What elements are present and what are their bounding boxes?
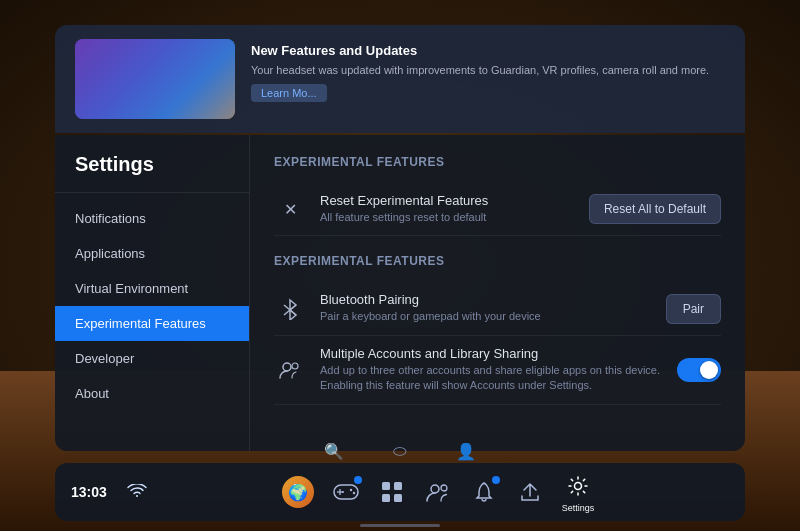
settings-label: Settings xyxy=(562,503,595,513)
sidebar-item-notifications[interactable]: Notifications xyxy=(55,201,249,236)
taskbar-wifi-icon xyxy=(127,484,147,501)
bluetooth-text: Bluetooth Pairing Pair a keyboard or gam… xyxy=(320,292,652,324)
reset-section-title: Experimental Features xyxy=(274,155,721,169)
accounts-text: Multiple Accounts and Library Sharing Ad… xyxy=(320,346,663,394)
reset-all-button[interactable]: Reset All to Default xyxy=(589,194,721,224)
reset-experimental-row: ✕ Reset Experimental Features All featur… xyxy=(274,183,721,236)
notification-title: New Features and Updates xyxy=(251,43,725,58)
section-divider: Experimental Features xyxy=(274,254,721,268)
controller-icon xyxy=(332,478,360,506)
apps-icon xyxy=(378,478,406,506)
taskbar-settings[interactable]: Settings xyxy=(562,472,595,513)
main-content: Experimental Features ✕ Reset Experiment… xyxy=(250,135,745,451)
reset-feature-name: Reset Experimental Features xyxy=(320,193,575,208)
taskbar-avatar[interactable]: 🌍 xyxy=(282,476,314,508)
svg-rect-10 xyxy=(382,482,390,490)
taskbar: 13:03 🌍 xyxy=(55,463,745,521)
notification-description: Your headset was updated with improvemen… xyxy=(251,63,725,78)
taskbar-social[interactable] xyxy=(424,478,452,506)
vr-mode-icon[interactable]: ⬭ xyxy=(382,437,418,465)
avatar-image: 🌍 xyxy=(282,476,314,508)
taskbar-apps[interactable] xyxy=(378,478,406,506)
sidebar-item-applications[interactable]: Applications xyxy=(55,236,249,271)
bluetooth-icon xyxy=(274,293,306,325)
bluetooth-action: Pair xyxy=(666,294,721,324)
controller-badge xyxy=(354,476,362,484)
social-icon xyxy=(424,478,452,506)
sidebar-item-virtual-environment[interactable]: Virtual Environment xyxy=(55,271,249,306)
accounts-feature-name: Multiple Accounts and Library Sharing xyxy=(320,346,663,361)
pair-button[interactable]: Pair xyxy=(666,294,721,324)
settings-icon xyxy=(564,472,592,500)
svg-point-15 xyxy=(441,485,447,491)
bell-icon xyxy=(470,478,498,506)
sidebar: Settings Notifications Applications Virt… xyxy=(55,135,250,451)
sidebar-item-about[interactable]: About xyxy=(55,376,249,411)
svg-point-2 xyxy=(283,363,291,371)
sidebar-title: Settings xyxy=(55,153,249,193)
reset-icon: ✕ xyxy=(274,193,306,225)
accounts-toggle-action xyxy=(677,358,721,382)
taskbar-time: 13:03 xyxy=(71,484,119,500)
notification-text: New Features and Updates Your headset wa… xyxy=(251,39,725,102)
settings-panel: Settings Notifications Applications Virt… xyxy=(55,135,745,451)
bluetooth-feature-desc: Pair a keyboard or gamepad with your dev… xyxy=(320,309,652,324)
svg-rect-12 xyxy=(382,494,390,502)
notification-image xyxy=(75,39,235,119)
taskbar-bottom-row: 🔍 ⬭ 👤 xyxy=(55,437,745,465)
notification-banner: New Features and Updates Your headset wa… xyxy=(55,25,745,133)
main-panel: New Features and Updates Your headset wa… xyxy=(55,25,745,451)
svg-rect-13 xyxy=(394,494,402,502)
taskbar-center: 🌍 xyxy=(147,472,729,513)
accounts-toggle[interactable] xyxy=(677,358,721,382)
taskbar-controller[interactable] xyxy=(332,478,360,506)
share-icon xyxy=(516,478,544,506)
features-section-title: Experimental Features xyxy=(274,254,721,268)
svg-point-3 xyxy=(292,363,298,369)
accounts-feature-desc: Add up to three other accounts and share… xyxy=(320,363,663,394)
notification-link[interactable]: Learn Mo... xyxy=(251,84,327,102)
reset-action: Reset All to Default xyxy=(589,194,721,224)
sidebar-item-experimental-features[interactable]: Experimental Features xyxy=(55,306,249,341)
svg-point-8 xyxy=(350,489,352,491)
scroll-bar xyxy=(360,524,440,527)
svg-point-16 xyxy=(575,482,582,489)
notifications-badge xyxy=(492,476,500,484)
reset-feature-desc: All feature settings reset to default xyxy=(320,210,575,225)
accounts-icon xyxy=(274,354,306,386)
accounts-row: Multiple Accounts and Library Sharing Ad… xyxy=(274,336,721,405)
person-bottom-icon[interactable]: 👤 xyxy=(448,437,484,465)
taskbar-notifications[interactable] xyxy=(470,478,498,506)
taskbar-share[interactable] xyxy=(516,478,544,506)
svg-rect-11 xyxy=(394,482,402,490)
bluetooth-feature-name: Bluetooth Pairing xyxy=(320,292,652,307)
svg-point-14 xyxy=(431,485,439,493)
search-bottom-icon[interactable]: 🔍 xyxy=(316,437,352,465)
bluetooth-row: Bluetooth Pairing Pair a keyboard or gam… xyxy=(274,282,721,335)
reset-text: Reset Experimental Features All feature … xyxy=(320,193,575,225)
svg-point-9 xyxy=(353,492,355,494)
sidebar-item-developer[interactable]: Developer xyxy=(55,341,249,376)
